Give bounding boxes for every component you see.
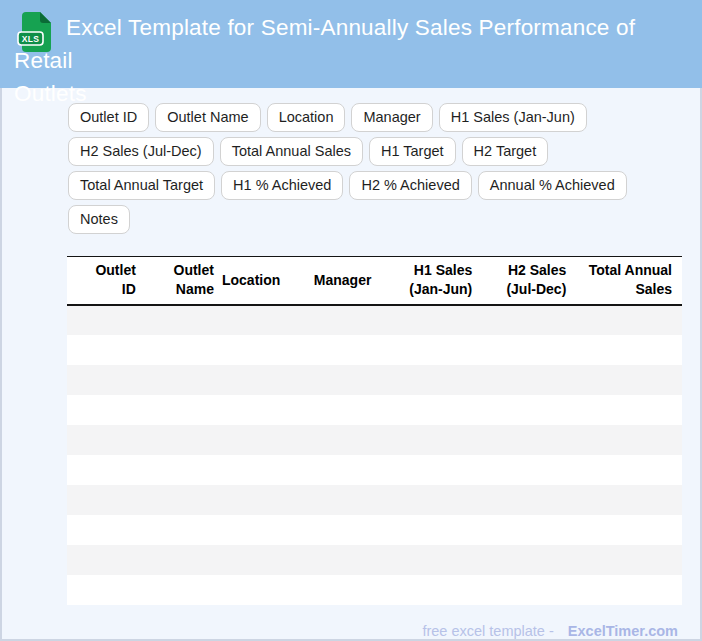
field-chip: H2 Target — [462, 137, 549, 166]
empty-cell — [144, 335, 222, 365]
empty-table-row — [67, 365, 682, 395]
empty-cell — [379, 365, 480, 395]
empty-cell — [144, 545, 222, 575]
empty-cell — [287, 395, 379, 425]
empty-cell — [574, 575, 682, 605]
empty-cell — [574, 545, 682, 575]
empty-cell — [222, 365, 287, 395]
empty-table-row — [67, 335, 682, 365]
empty-cell — [222, 335, 287, 365]
empty-cell — [379, 455, 480, 485]
empty-table-row — [67, 455, 682, 485]
empty-cell — [287, 335, 379, 365]
column-header: Manager — [287, 257, 379, 306]
empty-cell — [67, 365, 144, 395]
empty-cell — [379, 485, 480, 515]
empty-cell — [379, 545, 480, 575]
empty-cell — [574, 425, 682, 455]
empty-cell — [480, 395, 574, 425]
empty-cell — [379, 515, 480, 545]
template-preview-table: Outlet IDOutlet NameLocationManagerH1 Sa… — [67, 256, 682, 605]
empty-cell — [144, 395, 222, 425]
empty-cell — [379, 395, 480, 425]
footer: free excel template - ExcelTimer.com — [2, 621, 700, 641]
empty-cell — [574, 485, 682, 515]
empty-cell — [379, 335, 480, 365]
field-chip: H2 % Achieved — [349, 171, 471, 200]
empty-cell — [222, 575, 287, 605]
column-header: Outlet Name — [144, 257, 222, 306]
footer-text: free excel template - — [422, 623, 553, 639]
field-chip: H2 Sales (Jul-Dec) — [68, 137, 214, 166]
empty-cell — [480, 425, 574, 455]
empty-cell — [287, 545, 379, 575]
column-header: H2 Sales (Jul-Dec) — [480, 257, 574, 306]
empty-table-row — [67, 575, 682, 605]
empty-cell — [574, 515, 682, 545]
empty-cell — [144, 365, 222, 395]
empty-cell — [144, 575, 222, 605]
empty-cell — [480, 545, 574, 575]
footer-brand-link[interactable]: ExcelTimer.com — [568, 623, 678, 639]
empty-table-row — [67, 425, 682, 455]
empty-cell — [144, 305, 222, 335]
empty-cell — [480, 365, 574, 395]
empty-cell — [480, 515, 574, 545]
empty-cell — [67, 575, 144, 605]
field-chip: Notes — [68, 205, 130, 234]
empty-cell — [222, 455, 287, 485]
page: XLS Excel Template for Semi-Annually Sal… — [0, 0, 702, 641]
empty-cell — [287, 485, 379, 515]
empty-table-row — [67, 545, 682, 575]
empty-cell — [67, 515, 144, 545]
empty-cell — [67, 545, 144, 575]
content: Outlet IDOutlet NameLocationManagerH1 Sa… — [2, 88, 700, 641]
empty-cell — [379, 575, 480, 605]
column-header: Location — [222, 257, 287, 306]
xls-icon-label: XLS — [22, 34, 40, 44]
empty-cell — [67, 335, 144, 365]
empty-cell — [67, 305, 144, 335]
empty-cell — [287, 365, 379, 395]
empty-cell — [574, 395, 682, 425]
empty-cell — [287, 305, 379, 335]
empty-table-row — [67, 485, 682, 515]
header-row: Outlet IDOutlet NameLocationManagerH1 Sa… — [67, 257, 682, 306]
empty-cell — [287, 425, 379, 455]
table-body — [67, 305, 682, 605]
column-header: Total Annual Sales — [574, 257, 682, 306]
empty-cell — [287, 455, 379, 485]
xls-file-icon: XLS — [17, 11, 53, 53]
empty-cell — [144, 455, 222, 485]
empty-cell — [67, 425, 144, 455]
empty-cell — [574, 305, 682, 335]
column-header: Outlet ID — [67, 257, 144, 306]
empty-cell — [287, 515, 379, 545]
empty-table-row — [67, 395, 682, 425]
empty-cell — [379, 305, 480, 335]
empty-cell — [480, 575, 574, 605]
empty-cell — [144, 515, 222, 545]
empty-cell — [222, 545, 287, 575]
header: XLS Excel Template for Semi-Annually Sal… — [0, 0, 702, 88]
empty-table-row — [67, 515, 682, 545]
empty-cell — [67, 485, 144, 515]
empty-cell — [480, 335, 574, 365]
empty-cell — [574, 335, 682, 365]
empty-cell — [379, 425, 480, 455]
empty-cell — [480, 305, 574, 335]
empty-cell — [144, 425, 222, 455]
field-chip: Total Annual Sales — [220, 137, 363, 166]
empty-cell — [222, 395, 287, 425]
field-chip: Annual % Achieved — [478, 171, 627, 200]
empty-cell — [67, 455, 144, 485]
empty-cell — [144, 485, 222, 515]
field-chip: H1 Target — [369, 137, 456, 166]
empty-cell — [67, 395, 144, 425]
empty-cell — [574, 365, 682, 395]
table-head: Outlet IDOutlet NameLocationManagerH1 Sa… — [67, 257, 682, 306]
empty-cell — [222, 515, 287, 545]
empty-cell — [480, 485, 574, 515]
empty-cell — [574, 455, 682, 485]
empty-cell — [222, 425, 287, 455]
